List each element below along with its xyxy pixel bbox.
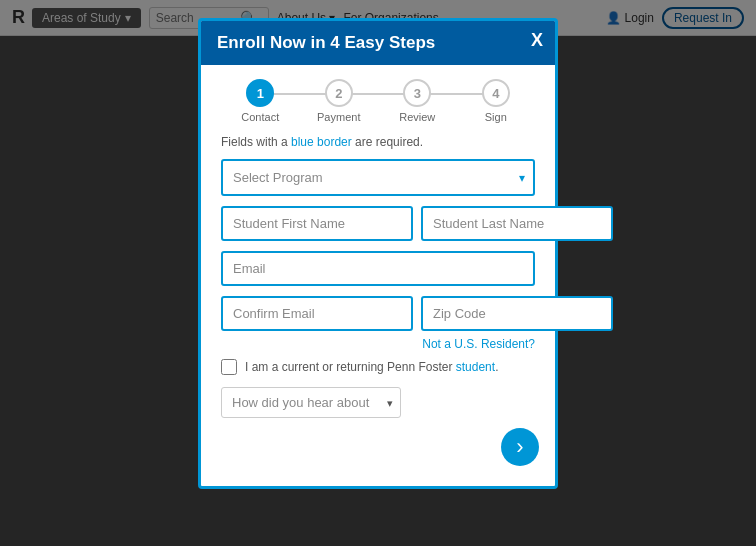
returning-student-checkbox-row: I am a current or returning Penn Foster … xyxy=(221,359,535,375)
step-3-circle: 3 xyxy=(403,79,431,107)
modal-body: Fields with a blue border are required. … xyxy=(201,127,555,418)
select-program-dropdown[interactable]: Select Program xyxy=(221,159,535,196)
confirm-email-input[interactable] xyxy=(221,296,413,331)
zip-code-input[interactable] xyxy=(421,296,613,331)
enroll-modal: Enroll Now in 4 Easy Steps X 1 Contact 2… xyxy=(198,18,558,489)
next-button[interactable]: › xyxy=(501,428,539,466)
step-3-label: Review xyxy=(399,111,435,123)
step-4: 4 Sign xyxy=(457,79,536,123)
step-1-circle: 1 xyxy=(246,79,274,107)
modal-header: Enroll Now in 4 Easy Steps X xyxy=(201,21,555,65)
hear-select-wrapper: How did you hear about us? ▾ xyxy=(221,387,401,418)
step-2: 2 Payment xyxy=(300,79,379,123)
steps-container: 1 Contact 2 Payment 3 Review 4 Sign xyxy=(201,65,555,127)
close-button[interactable]: X xyxy=(531,31,543,49)
email-input[interactable] xyxy=(221,251,535,286)
step-2-circle: 2 xyxy=(325,79,353,107)
step-2-label: Payment xyxy=(317,111,360,123)
email-row xyxy=(221,251,535,286)
program-select-wrapper: Select Program ▾ xyxy=(221,159,535,196)
hear-about-us-dropdown[interactable]: How did you hear about us? xyxy=(221,387,401,418)
required-note: Fields with a blue border are required. xyxy=(221,135,535,149)
returning-student-label[interactable]: I am a current or returning Penn Foster … xyxy=(245,360,498,374)
step-4-circle: 4 xyxy=(482,79,510,107)
modal-title: Enroll Now in 4 Easy Steps xyxy=(217,33,435,52)
step-1: 1 Contact xyxy=(221,79,300,123)
last-name-input[interactable] xyxy=(421,206,613,241)
modal-footer: › xyxy=(201,428,555,466)
first-name-input[interactable] xyxy=(221,206,413,241)
student-link[interactable]: student xyxy=(456,360,495,374)
not-us-resident-link[interactable]: Not a U.S. Resident? xyxy=(221,337,535,351)
step-3: 3 Review xyxy=(378,79,457,123)
hear-about-us-row: How did you hear about us? ▾ xyxy=(221,387,535,418)
step-1-label: Contact xyxy=(241,111,279,123)
next-arrow-icon: › xyxy=(516,436,523,458)
name-row xyxy=(221,206,535,241)
confirm-zip-row xyxy=(221,296,535,331)
blue-border-text: blue border xyxy=(291,135,352,149)
step-4-label: Sign xyxy=(485,111,507,123)
returning-student-checkbox[interactable] xyxy=(221,359,237,375)
